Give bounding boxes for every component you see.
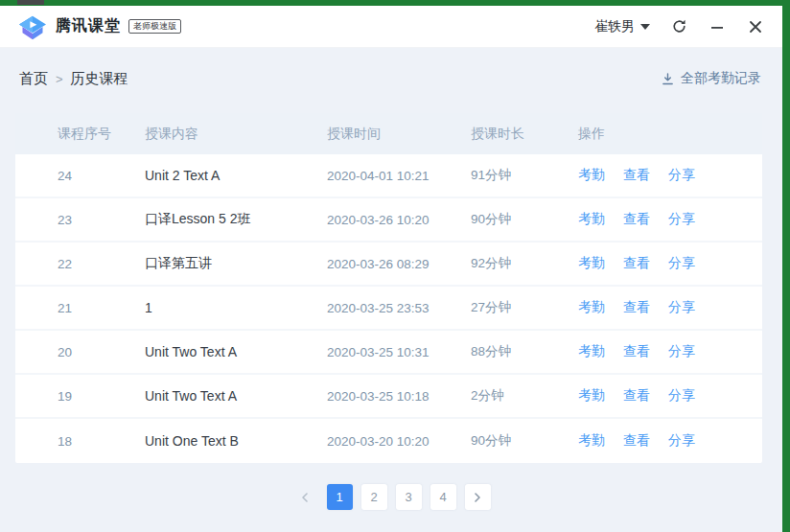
header-actions: 操作 xyxy=(578,126,762,143)
course-no: 23 xyxy=(58,213,145,227)
view-link[interactable]: 查看 xyxy=(623,299,650,316)
pagination: 1 2 3 4 xyxy=(0,484,782,510)
minimize-icon xyxy=(710,20,724,34)
course-time: 2020-03-25 10:31 xyxy=(327,345,471,359)
share-link[interactable]: 分享 xyxy=(668,432,695,450)
course-no: 19 xyxy=(58,389,145,404)
refresh-icon xyxy=(671,18,687,35)
minimize-button[interactable] xyxy=(708,17,727,36)
course-duration: 88分钟 xyxy=(471,343,578,360)
screenshot-border-top xyxy=(0,0,790,6)
share-link[interactable]: 分享 xyxy=(668,211,695,228)
course-duration: 27分钟 xyxy=(471,299,578,316)
course-content: Unit Two Text A xyxy=(145,388,327,404)
course-table: 课程序号 授课内容 授课时间 授课时长 操作 24 Unit 2 Text A … xyxy=(15,113,762,463)
page-button-2[interactable]: 2 xyxy=(361,484,387,510)
chevron-right-icon xyxy=(473,493,482,502)
app-title: 腾讯课堂 xyxy=(56,16,121,36)
course-time: 2020-04-01 10:21 xyxy=(327,169,471,183)
table-row: 20 Unit Two Text A 2020-03-25 10:31 88分钟… xyxy=(15,331,762,375)
user-menu[interactable]: 崔轶男 xyxy=(594,18,650,35)
course-no: 20 xyxy=(58,345,145,359)
prev-page-button[interactable] xyxy=(292,484,318,510)
header-course-no: 课程序号 xyxy=(58,126,145,143)
next-page-button[interactable] xyxy=(465,484,491,510)
header-duration: 授课时长 xyxy=(471,126,578,143)
attendance-link[interactable]: 考勤 xyxy=(578,211,605,228)
course-no: 22 xyxy=(58,257,145,271)
view-link[interactable]: 查看 xyxy=(623,343,650,360)
share-link[interactable]: 分享 xyxy=(668,167,695,184)
page-title: 历史课程 xyxy=(71,70,128,88)
table-header-row: 课程序号 授课内容 授课时间 授课时长 操作 xyxy=(15,113,762,154)
download-icon xyxy=(661,72,675,86)
page-button-1[interactable]: 1 xyxy=(327,484,353,510)
view-link[interactable]: 查看 xyxy=(623,432,650,450)
share-link[interactable]: 分享 xyxy=(668,255,695,272)
breadcrumb-row: 首页 > 历史课程 全部考勤记录 xyxy=(0,48,782,109)
refresh-button[interactable] xyxy=(669,17,688,36)
chevron-down-icon xyxy=(640,24,650,30)
view-link[interactable]: 查看 xyxy=(623,211,650,228)
course-content: 口译第五讲 xyxy=(145,255,327,272)
attendance-link[interactable]: 考勤 xyxy=(578,387,605,405)
breadcrumb-separator: > xyxy=(56,72,63,86)
course-content: Unit 2 Text A xyxy=(145,168,327,183)
course-no: 24 xyxy=(58,169,145,183)
course-time: 2020-03-20 10:20 xyxy=(327,434,471,449)
table-row: 18 Unit One Text B 2020-03-20 10:20 90分钟… xyxy=(15,419,762,463)
close-button[interactable] xyxy=(746,17,765,36)
download-all-attendance-link[interactable]: 全部考勤记录 xyxy=(661,70,761,87)
course-time: 2020-03-25 10:18 xyxy=(327,389,471,404)
course-no: 21 xyxy=(58,301,145,315)
breadcrumb-home[interactable]: 首页 xyxy=(19,70,48,88)
header-content: 授课内容 xyxy=(145,126,327,143)
table-row: 23 口译Lesson 5 2班 2020-03-26 10:20 90分钟 考… xyxy=(15,198,762,243)
table-row: 21 1 2020-03-25 23:53 27分钟 考勤 查看 分享 xyxy=(15,287,762,331)
course-time: 2020-03-26 10:20 xyxy=(327,213,471,227)
header-time: 授课时间 xyxy=(327,126,471,143)
attendance-link[interactable]: 考勤 xyxy=(578,299,605,316)
chevron-left-icon xyxy=(300,493,310,502)
course-content: 口译Lesson 5 2班 xyxy=(145,211,327,228)
course-content: 1 xyxy=(145,300,327,315)
view-link[interactable]: 查看 xyxy=(623,167,650,184)
share-link[interactable]: 分享 xyxy=(668,343,695,360)
table-row: 19 Unit Two Text A 2020-03-25 10:18 2分钟 … xyxy=(15,375,762,419)
course-content: Unit One Text B xyxy=(145,433,327,449)
close-icon xyxy=(749,20,762,34)
course-time: 2020-03-26 08:29 xyxy=(327,257,471,271)
breadcrumb: 首页 > 历史课程 xyxy=(19,70,128,88)
page-button-4[interactable]: 4 xyxy=(430,484,456,510)
share-link[interactable]: 分享 xyxy=(668,387,695,405)
attendance-link[interactable]: 考勤 xyxy=(578,255,605,272)
course-duration: 2分钟 xyxy=(471,387,578,405)
attendance-link[interactable]: 考勤 xyxy=(578,343,605,360)
user-name: 崔轶男 xyxy=(594,18,635,35)
view-link[interactable]: 查看 xyxy=(623,387,650,405)
attendance-link[interactable]: 考勤 xyxy=(578,432,605,450)
course-duration: 90分钟 xyxy=(471,211,578,228)
attendance-link[interactable]: 考勤 xyxy=(578,167,605,184)
edition-badge: 老师极速版 xyxy=(128,19,181,34)
titlebar: 腾讯课堂 老师极速版 崔轶男 xyxy=(0,6,782,48)
course-duration: 92分钟 xyxy=(471,255,578,272)
course-duration: 91分钟 xyxy=(471,167,578,184)
view-link[interactable]: 查看 xyxy=(623,255,650,272)
table-row: 24 Unit 2 Text A 2020-04-01 10:21 91分钟 考… xyxy=(15,154,762,198)
background-window-fragment xyxy=(17,0,44,5)
course-time: 2020-03-25 23:53 xyxy=(327,301,471,315)
course-content: Unit Two Text A xyxy=(145,344,327,359)
screenshot-border-right xyxy=(782,0,790,532)
download-all-label: 全部考勤记录 xyxy=(681,70,761,87)
tencent-classroom-logo xyxy=(17,13,48,40)
course-no: 18 xyxy=(58,434,145,449)
table-row: 22 口译第五讲 2020-03-26 08:29 92分钟 考勤 查看 分享 xyxy=(15,243,762,287)
share-link[interactable]: 分享 xyxy=(668,299,695,316)
course-duration: 90分钟 xyxy=(471,432,578,450)
page-button-3[interactable]: 3 xyxy=(396,484,422,510)
